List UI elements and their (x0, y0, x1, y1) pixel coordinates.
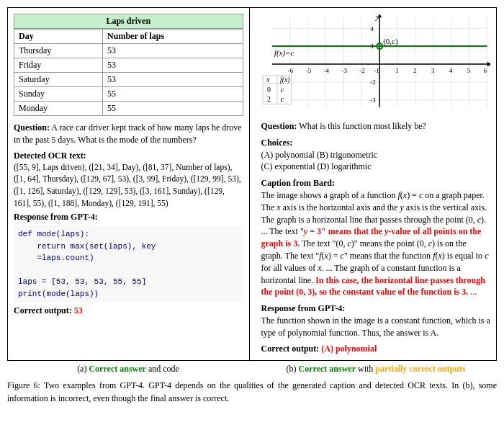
question-label: Question: (14, 122, 50, 133)
panel-label-right-with: with (358, 364, 373, 374)
caption-end: ... (468, 287, 477, 297)
correct-output-label: Correct output: (14, 305, 72, 315)
graph-area: f(x)=c (0,c) -6 -5 -4 -3 -2 -1 1 2 3 4 5… (261, 14, 491, 115)
panel-right: f(x)=c (0,c) -6 -5 -4 -3 -2 -1 1 2 3 4 5… (256, 8, 497, 360)
table-cell: Monday (14, 102, 103, 116)
correct-output-value: 53 (74, 305, 83, 315)
detected-label: Detected OCR text: (14, 151, 86, 161)
table-cell: 53 (103, 58, 243, 73)
panel-label-left-rest: code (163, 364, 179, 374)
question-text: Question: A race car driver kept track o… (14, 122, 243, 146)
panel-label-left: (a) Correct answer and code (7, 364, 249, 375)
svg-text:-2: -2 (359, 67, 364, 74)
detected-text: ([55, 9], Laps driven), ([21, 34], Day),… (14, 161, 243, 210)
table-caption: Laps driven (14, 14, 243, 29)
caption-label: Caption from Bard: (261, 178, 335, 188)
choices-text: Choices:(A) polynomial (B) trigonometric… (261, 137, 491, 173)
svg-text:2: 2 (413, 67, 416, 74)
svg-text:-4: -4 (323, 67, 329, 74)
table-cell: Sunday (14, 87, 103, 102)
svg-text:-5: -5 (305, 67, 311, 74)
panel-label-left-green: Correct answer (89, 364, 145, 374)
right-question-label: Question: (261, 121, 297, 131)
figure-caption: Figure 6: Two examples from GPT-4. GPT-4… (7, 379, 497, 405)
right-correct-output: Correct output: (A) polynomial (261, 344, 491, 354)
svg-text:0: 0 (266, 86, 270, 94)
svg-text:4: 4 (449, 67, 452, 74)
panels: Laps driven Day Number of laps Thursday5… (7, 7, 497, 361)
table-cell: 55 (103, 87, 243, 102)
panel-label-right: (b) Correct answer with partially correc… (255, 364, 497, 375)
panel-labels: (a) Correct answer and code (b) Correct … (7, 364, 497, 375)
svg-text:6: 6 (483, 67, 487, 74)
svg-text:x: x (488, 59, 490, 68)
table-row: Monday55 (14, 102, 243, 116)
svg-text:f(x)=c: f(x)=c (274, 48, 294, 58)
svg-text:3: 3 (431, 67, 434, 74)
right-correct-output-value: (A) polynomial (321, 344, 377, 354)
svg-text:f(x): f(x) (279, 76, 289, 84)
table-cell: 53 (103, 73, 243, 87)
table-cell: Thursday (14, 44, 103, 58)
graph-svg: f(x)=c (0,c) -6 -5 -4 -3 -2 -1 1 2 3 4 5… (261, 14, 491, 115)
table-cell: 55 (103, 102, 243, 116)
table-cell: Friday (14, 58, 103, 73)
svg-text:3: 3 (370, 42, 374, 50)
table-cell: 53 (103, 44, 243, 58)
right-response-label: Response from GPT-4: (261, 303, 346, 313)
detected-section: Detected OCR text: ([55, 9], Laps driven… (14, 151, 243, 210)
svg-text:c: c (280, 95, 284, 103)
caption-bard: Caption from Bard: The image shows a gra… (261, 177, 491, 298)
panel-label-left-text: (a) (77, 364, 86, 374)
response-gpt4: Response from GPT-4: The function shown … (261, 303, 491, 339)
panel-label-left-and: and (148, 364, 161, 374)
table-row: Thursday53 (14, 44, 243, 58)
svg-text:c: c (280, 86, 284, 94)
table-row: Sunday55 (14, 87, 243, 102)
svg-text:y: y (375, 14, 379, 21)
svg-text:x: x (265, 76, 269, 84)
panel-label-right-text: (b) (287, 364, 297, 374)
svg-text:-3: -3 (370, 97, 376, 104)
svg-text:2: 2 (266, 95, 270, 103)
code-block: def mode(laps): return max(set(laps), ke… (14, 225, 243, 303)
correct-output: Correct output: 53 (14, 305, 243, 316)
svg-text:-6: -6 (287, 67, 293, 74)
svg-text:1: 1 (395, 67, 398, 74)
panel-label-right-orange: partially correct outputs (375, 364, 465, 374)
svg-text:5: 5 (467, 67, 470, 74)
panel-label-right-green: Correct answer (299, 364, 356, 374)
laps-table: Laps driven Day Number of laps Thursday5… (14, 14, 243, 116)
right-correct-output-label: Correct output: (261, 344, 320, 354)
col-header-laps: Number of laps (103, 30, 243, 44)
table-row: Friday53 (14, 58, 243, 73)
right-question: Question: What is this function most lik… (261, 120, 491, 133)
main-container: Laps driven Day Number of laps Thursday5… (7, 7, 497, 405)
svg-text:-2: -2 (370, 79, 375, 86)
table-row: Saturday53 (14, 73, 243, 87)
svg-text:-1: -1 (374, 67, 379, 74)
svg-text:4: 4 (370, 25, 374, 32)
right-response-text: The function shown in the image is a con… (261, 315, 490, 338)
response-label: Response from GPT-4: (14, 212, 98, 222)
table-cell: Saturday (14, 73, 103, 87)
right-question-body: What is this function most likely be? (299, 121, 426, 131)
svg-text:(0,c): (0,c) (383, 37, 398, 46)
col-header-day: Day (14, 30, 103, 44)
svg-text:-3: -3 (341, 67, 347, 74)
response-section: Response from GPT-4: def mode(laps): ret… (14, 212, 243, 303)
panel-left: Laps driven Day Number of laps Thursday5… (8, 8, 250, 360)
